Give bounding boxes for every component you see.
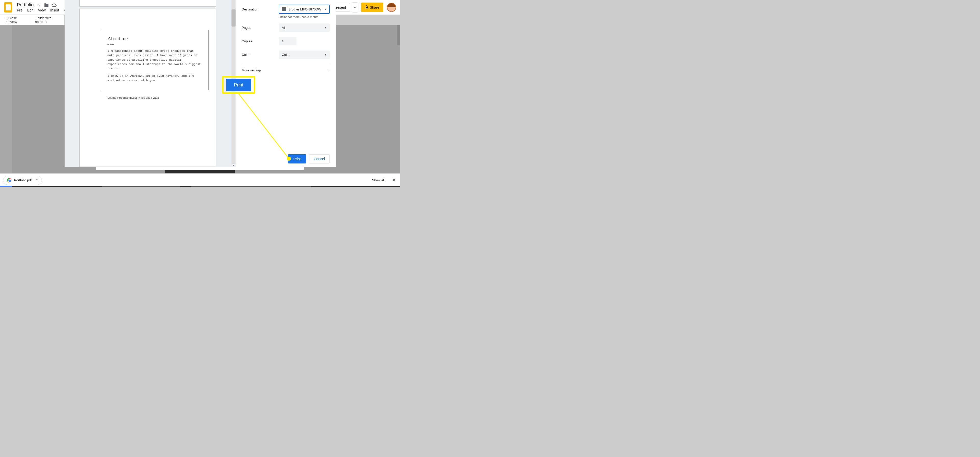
tab-indicator bbox=[102, 186, 180, 187]
preview-page: About me ——— I'm passionate about buildi… bbox=[80, 9, 216, 167]
menu-file[interactable]: File bbox=[17, 8, 23, 12]
annotation-highlight-box: Print bbox=[222, 76, 255, 94]
star-icon[interactable]: ☆ bbox=[36, 3, 41, 8]
share-button[interactable]: Share bbox=[361, 3, 383, 12]
destination-select[interactable]: Brother MFC-J870DW ▼ bbox=[279, 5, 330, 14]
print-dialog: ▼ About me ——— I'm passionate about buil… bbox=[65, 0, 336, 167]
cancel-button[interactable]: Cancel bbox=[309, 154, 330, 163]
bottom-tab-strip bbox=[0, 186, 400, 187]
scroll-down-arrow-icon[interactable]: ▼ bbox=[232, 164, 235, 167]
preview-toolbar: « Close preview 1 slide with notes ▼ bbox=[0, 15, 64, 25]
menu-view[interactable]: View bbox=[38, 8, 46, 12]
download-bar: Portfolio.pdf ⌃ Show all ✕ bbox=[0, 173, 400, 187]
slides-logo-icon[interactable] bbox=[4, 2, 12, 13]
pages-value: All bbox=[282, 26, 285, 30]
slide-body-2: I grew up in Anytown, am an avid kayaker… bbox=[107, 74, 202, 83]
right-scrollbar[interactable] bbox=[396, 25, 400, 45]
document-title[interactable]: Portfolio bbox=[17, 2, 34, 8]
chevron-down-icon: ⌄ bbox=[327, 68, 330, 72]
download-item[interactable]: Portfolio.pdf ⌃ bbox=[3, 176, 42, 185]
chevron-down-icon: ▼ bbox=[45, 21, 47, 24]
slide-divider: ——— bbox=[107, 43, 202, 46]
preview-scrollbar-thumb[interactable] bbox=[231, 10, 235, 27]
destination-value: Brother MFC-J870DW bbox=[288, 7, 321, 11]
chevron-up-icon: ⌃ bbox=[36, 179, 38, 182]
download-filename: Portfolio.pdf bbox=[14, 178, 32, 182]
pages-select[interactable]: All ▼ bbox=[279, 24, 330, 32]
slide-thumbnail-strip bbox=[0, 25, 12, 173]
share-label: Share bbox=[370, 5, 379, 10]
destination-status: Offline for more than a month bbox=[279, 15, 330, 19]
tab-indicator bbox=[191, 186, 311, 187]
slide-content-box: About me ——— I'm passionate about buildi… bbox=[101, 30, 208, 90]
present-dropdown[interactable]: ▼ bbox=[352, 2, 358, 13]
color-label: Color bbox=[242, 53, 279, 57]
slide-info-dropdown[interactable]: 1 slide with notes ▼ bbox=[30, 16, 59, 24]
menu-edit[interactable]: Edit bbox=[27, 8, 33, 12]
copies-input[interactable] bbox=[279, 37, 297, 45]
annotation-endpoint-dot bbox=[287, 157, 291, 161]
printer-icon bbox=[282, 7, 286, 11]
color-value: Color bbox=[282, 53, 290, 57]
user-avatar[interactable] bbox=[387, 3, 396, 12]
lock-icon bbox=[365, 5, 368, 10]
toolbar-dark-2 bbox=[203, 170, 235, 173]
copies-label: Copies bbox=[242, 39, 279, 43]
destination-row: Destination Brother MFC-J870DW ▼ bbox=[242, 5, 330, 14]
speaker-notes: Let me introduce myself, yada yada yada bbox=[108, 96, 159, 99]
slide-body-1: I'm passionate about building great prod… bbox=[107, 49, 202, 71]
dialog-footer: Print Cancel bbox=[288, 154, 330, 163]
more-settings-toggle[interactable]: More settings ⌄ bbox=[242, 64, 330, 76]
pages-label: Pages bbox=[242, 26, 279, 30]
tab-active-indicator bbox=[0, 186, 12, 187]
close-preview-button[interactable]: « Close preview bbox=[6, 16, 24, 24]
cloud-saved-icon[interactable] bbox=[52, 3, 57, 8]
color-row: Color Color ▼ bbox=[242, 51, 330, 59]
close-icon[interactable]: ✕ bbox=[391, 176, 397, 184]
print-preview-pane: ▼ About me ——— I'm passionate about buil… bbox=[65, 0, 235, 167]
pages-row: Pages All ▼ bbox=[242, 24, 330, 32]
chevron-down-icon: ▼ bbox=[324, 8, 327, 11]
chevron-down-icon: ▼ bbox=[354, 6, 356, 9]
color-select[interactable]: Color ▼ bbox=[279, 51, 330, 59]
chrome-icon bbox=[7, 178, 11, 182]
show-all-button[interactable]: Show all bbox=[369, 177, 387, 184]
copies-row: Copies bbox=[242, 37, 330, 45]
slide-info-label: 1 slide with notes bbox=[35, 16, 51, 24]
move-folder-icon[interactable] bbox=[44, 3, 49, 8]
destination-label: Destination bbox=[242, 7, 279, 11]
download-actions: Show all ✕ bbox=[369, 176, 397, 184]
more-settings-label: More settings bbox=[242, 68, 262, 72]
menu-insert[interactable]: Insert bbox=[50, 8, 59, 12]
preview-page-prev bbox=[80, 0, 216, 6]
chevron-down-icon: ▼ bbox=[324, 53, 327, 56]
chevron-down-icon: ▼ bbox=[324, 26, 327, 29]
annotation-print-button: Print bbox=[226, 79, 251, 91]
slide-title: About me bbox=[107, 36, 202, 41]
